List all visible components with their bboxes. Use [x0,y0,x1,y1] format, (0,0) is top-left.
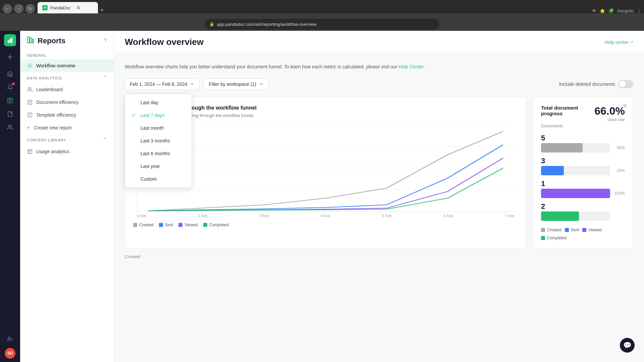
right-legend-completed-dot [541,236,545,240]
right-legend-sent-label: Sent [571,228,579,232]
bar-pct-viewed: 100% [612,191,625,196]
usage-analytics-icon [27,148,33,155]
data-analytics-section-label[interactable]: DATA ANALYTICS ⌃ [20,72,114,83]
data-analytics-chevron[interactable]: ⌃ [102,75,107,81]
close-rate-pct: 66.0% [594,105,625,117]
rail-bottom: SD [4,333,16,359]
new-tab-btn[interactable]: + [100,7,104,13]
deleted-docs-toggle[interactable] [619,80,633,88]
sidebar-help-icon[interactable]: ? [104,38,107,44]
filter-workspace-button[interactable]: Filter by workspace (1) [204,78,269,90]
main-body: Workflow overview charts help you better… [114,54,644,362]
user-avatar[interactable]: SD [5,348,15,359]
bar-track-created [541,143,610,153]
footer-row: Created [125,249,633,259]
bar-fill-viewed [541,189,610,198]
legend-completed-dot [203,223,207,227]
content-library-chevron[interactable]: ⌃ [102,137,107,143]
reports-icon[interactable] [4,95,16,107]
chart-svg: 5 4 3 2 1 [137,125,514,212]
close-panel-btn[interactable]: ✕ [623,102,628,110]
bar-row-sent: 3 33% [541,157,625,175]
bar-fill-created [541,143,583,153]
general-section-label: GENERAL [20,51,114,59]
back-btn[interactable]: ← [3,4,12,13]
sidebar-item-document-efficiency[interactable]: Document efficiency [20,96,114,109]
refresh-btn[interactable]: ↻ [25,4,35,13]
home-icon[interactable] [4,68,16,80]
sidebar-item-usage-analytics[interactable]: Usage analytics [20,145,114,158]
right-legend-created: Created [541,228,561,232]
tab-title: PandaDoc [50,5,71,10]
lock-icon: 🔒 [209,22,214,26]
deleted-docs-toggle-row: Include deleted documents [559,80,633,88]
document-efficiency-label: Document efficiency [36,100,78,105]
notification-badge [12,82,15,85]
add-icon[interactable] [4,51,16,63]
team-icon[interactable] [4,121,16,133]
app-logo[interactable] [4,34,16,46]
date-range-dropdown: Last day ✓ Last 7 days Last month Last 3… [125,94,192,188]
leaderboard-label: Leaderboard [36,87,63,92]
bar-fill-completed [541,212,579,221]
add-user-icon[interactable] [4,333,16,345]
app-container: SD Reports ? GENERAL Workflow overview D… [0,31,644,362]
sidebar-item-template-efficiency[interactable]: Template efficiency [20,109,114,121]
forward-btn[interactable]: → [14,4,23,13]
sidebar-item-create-new-report[interactable]: + Create new report [20,121,114,134]
sidebar-item-leaderboard[interactable]: Leaderboard [20,83,114,96]
reader-icon[interactable]: 👁 [592,8,596,13]
legend-viewed: Viewed [178,223,198,227]
filter-chevron-icon [259,82,264,86]
right-panel-title: Total document progress [541,105,594,116]
address-bar[interactable]: 🔒 app.pandadoc.com/a/#/reporting/workflo… [205,19,439,29]
bookmark-icon[interactable]: ⭐ [600,8,605,13]
legend-sent-dot [159,223,163,227]
right-legend-created-dot [541,228,545,232]
right-legend-completed-label: Completed [547,236,567,240]
url-text: app.pandadoc.com/a/#/reporting/workflow-… [217,22,317,27]
content-library-section-label[interactable]: CONTENT LIBRARY ⌃ [20,134,114,145]
help-center-link-inline[interactable]: Help Center [399,64,424,69]
profile-icon[interactable]: Incognito [617,9,634,13]
right-legend-created-label: Created [547,228,561,232]
help-center-link[interactable]: Help center ↗ [604,40,633,45]
legend-viewed-dot [178,223,182,227]
active-tab[interactable]: P PandaDoc ✕ [38,2,98,13]
create-new-report-label: Create new report [34,125,71,130]
menu-icon[interactable]: ⋮ [637,8,641,13]
workflow-overview-label: Workflow overview [36,63,75,68]
templates-icon[interactable] [4,108,16,120]
svg-point-11 [29,65,31,66]
leaderboard-icon [27,86,33,93]
date-picker-button[interactable]: Feb 1, 2024 — Feb 8, 2024 [125,78,200,90]
right-legend-sent: Sent [565,228,579,232]
svg-rect-10 [33,39,34,43]
extension-icon[interactable]: 🧩 [608,8,614,13]
dropdown-item-last-year[interactable]: Last year [125,160,192,173]
notifications-icon[interactable] [4,81,16,93]
dropdown-item-last-day[interactable]: Last day [125,96,192,109]
dropdown-item-last-6-months[interactable]: Last 6 months [125,147,192,160]
tab-close-btn[interactable]: ✕ [76,5,80,11]
icon-rail: SD [0,31,20,362]
svg-rect-15 [28,149,32,154]
svg-point-4 [8,125,10,127]
legend-created-dot [133,223,137,227]
dropdown-item-last-7-days[interactable]: ✓ Last 7 days [125,109,192,122]
dropdown-item-last-month[interactable]: Last month [125,122,192,134]
bar-pct-sent: 33% [612,168,625,173]
documents-sub-label: Documents [541,123,625,128]
x-axis-labels: 1 Feb 2 Feb 3 Feb 4 Feb 5 Feb 6 Feb 7 Fe… [133,212,518,218]
dropdown-item-last-3-months[interactable]: Last 3 months [125,134,192,147]
bar-count-sent: 3 [541,157,625,165]
tab-bar: ← → ↻ P PandaDoc ✕ + 🔒 app.pandadoc.com/… [0,0,644,13]
bar-track-completed [541,212,610,221]
check-icon: ✓ [132,113,137,118]
chat-bubble-btn[interactable]: 💬 [620,338,635,353]
chart-area: 5 4 3 2 1 [137,125,514,212]
sidebar-item-workflow-overview[interactable]: Workflow overview [20,59,114,72]
browser-right-controls: 👁 ⭐ 🧩 Incognito ⋮ [592,8,641,13]
chart-container: Documents moving through the workflow fu… [125,97,633,249]
dropdown-item-custom[interactable]: Custom [125,173,192,185]
